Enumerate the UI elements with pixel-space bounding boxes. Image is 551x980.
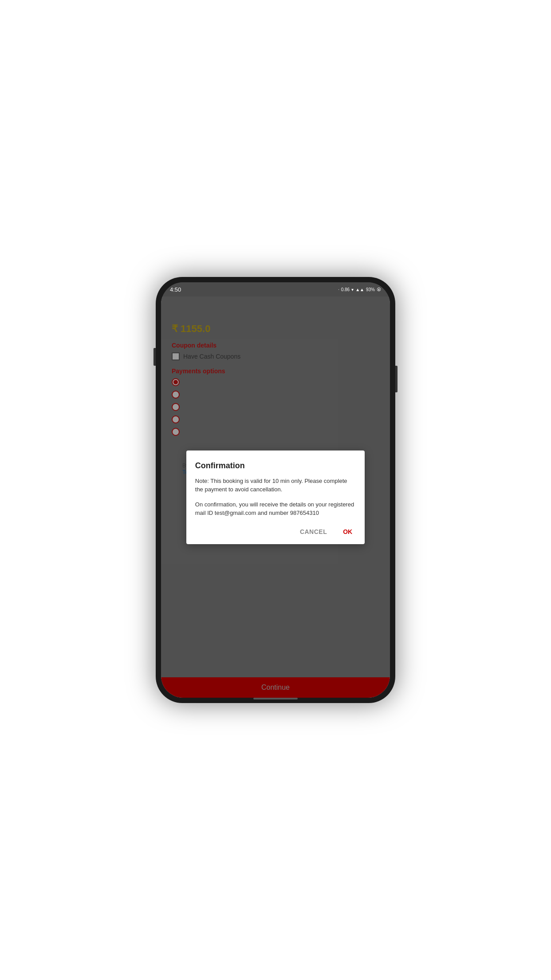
status-icons: ⋅ 0.86 ▾ ▲▲ 93% ⦿ <box>338 287 381 292</box>
phone-frame: 4:50 ⋅ 0.86 ▾ ▲▲ 93% ⦿ ₹ 1155.0 Coupon d… <box>156 277 395 703</box>
wifi-icon: ▾ <box>351 287 354 292</box>
battery-icon: ⦿ <box>377 287 381 292</box>
bluetooth-icon: ⋅ <box>338 287 339 292</box>
phone-screen: 4:50 ⋅ 0.86 ▾ ▲▲ 93% ⦿ ₹ 1155.0 Coupon d… <box>161 282 390 698</box>
battery-percent: 93% <box>366 287 375 292</box>
ok-button[interactable]: OK <box>339 526 356 537</box>
status-bar: 4:50 ⋅ 0.86 ▾ ▲▲ 93% ⦿ <box>161 282 390 296</box>
app-screen: ₹ 1155.0 Coupon details Have Cash Coupon… <box>161 296 390 698</box>
volume-button <box>153 348 156 366</box>
dialog-overlay: Confirmation Note: This booking is valid… <box>161 296 390 698</box>
dialog-confirm-text: On confirmation, you will receive the de… <box>195 500 356 518</box>
home-indicator <box>253 698 298 699</box>
signal-icons: ▲▲ <box>355 287 364 292</box>
status-time: 4:50 <box>170 286 181 293</box>
dialog-title: Confirmation <box>195 461 356 470</box>
confirmation-dialog: Confirmation Note: This booking is valid… <box>186 450 365 544</box>
dialog-note: Note: This booking is valid for 10 min o… <box>195 477 356 494</box>
dialog-actions: CANCEL OK <box>195 526 356 537</box>
cancel-button[interactable]: CANCEL <box>296 526 331 537</box>
data-speed: 0.86 <box>341 287 350 292</box>
power-button <box>395 366 398 392</box>
